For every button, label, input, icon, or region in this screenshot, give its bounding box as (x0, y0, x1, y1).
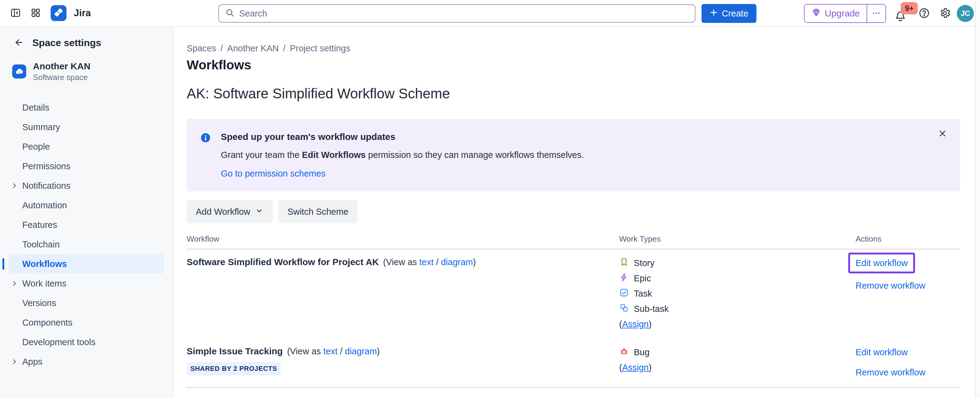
switch-scheme-button[interactable]: Switch Scheme (278, 200, 358, 223)
remove-workflow-link[interactable]: Remove workflow (856, 280, 925, 292)
plus-icon (710, 8, 718, 19)
chevron-right-icon (10, 182, 18, 190)
sidebar-item-toolchain[interactable]: Toolchain (8, 235, 164, 254)
banner-title: Speed up your team's workflow updates (221, 132, 584, 142)
workflows-table: Workflow Work Types Actions Software Sim… (187, 234, 960, 388)
table-row: Simple Issue Tracking (View as text / di… (187, 339, 960, 388)
highlight-box: Edit workflow (848, 253, 915, 273)
assign-line: (Assign) (619, 361, 856, 374)
view-as-text-link[interactable]: text (323, 346, 338, 356)
sidebar-item-work-items[interactable]: Work items (8, 274, 164, 293)
breadcrumb-project-settings[interactable]: Project settings (290, 43, 350, 53)
paren-open: ( (619, 319, 622, 329)
breadcrumb-project[interactable]: Another KAN (227, 43, 279, 53)
banner-content: Speed up your team's workflow updates Gr… (221, 132, 584, 179)
shared-projects-badge: SHARED BY 2 PROJECTS (187, 362, 281, 376)
sidebar-item-label: Development tools (22, 337, 95, 347)
collapse-sidebar-button[interactable] (7, 4, 24, 22)
column-header-workflow: Workflow (187, 234, 619, 244)
sidebar-item-apps[interactable]: Apps (8, 352, 164, 371)
remove-workflow-link[interactable]: Remove workflow (856, 366, 925, 379)
scrollbar-gutter[interactable] (975, 0, 980, 398)
top-bar: Jira Create Upgrade (0, 0, 980, 27)
sidebar-item-notifications[interactable]: Notifications (8, 176, 164, 195)
sidebar-title: Space settings (32, 37, 101, 49)
notifications-button[interactable]: 9+ (894, 3, 912, 24)
work-type-label: Bug (634, 347, 650, 357)
jira-workflows-page: Jira Create Upgrade (0, 0, 980, 398)
sidebar-item-label: Components (22, 318, 72, 328)
search-box[interactable] (218, 4, 695, 22)
upgrade-more-button[interactable] (867, 5, 885, 22)
info-icon (200, 132, 211, 179)
sidebar-item-people[interactable]: People (8, 137, 164, 157)
settings-button[interactable] (936, 5, 954, 22)
page-title: Workflows (187, 58, 960, 72)
banner-body-prefix: Grant your team the (221, 150, 302, 160)
app-switcher-button[interactable] (27, 4, 45, 22)
create-button-label: Create (722, 8, 748, 19)
main-content: Spaces / Another KAN / Project settings … (173, 27, 980, 398)
work-type-task: Task (619, 288, 856, 300)
add-workflow-button[interactable]: Add Workflow (187, 200, 273, 223)
edit-workflow-link[interactable]: Edit workflow (856, 258, 908, 268)
notification-count-badge: 9+ (901, 2, 918, 14)
ellipsis-icon (872, 8, 881, 19)
upgrade-button[interactable]: Upgrade (805, 5, 867, 22)
sidebar-item-versions[interactable]: Versions (8, 293, 164, 313)
sidebar-item-summary[interactable]: Summary (8, 117, 164, 137)
sidebar-nav: Details Summary People Permissions Notif… (0, 98, 173, 371)
search-input[interactable] (239, 8, 689, 19)
sidebar-item-automation[interactable]: Automation (8, 195, 164, 215)
work-type-story: Story (619, 257, 856, 269)
help-button[interactable] (915, 5, 933, 22)
add-workflow-label: Add Workflow (196, 207, 250, 217)
view-as-suffix: ) (473, 257, 476, 267)
close-icon (938, 135, 947, 139)
story-icon (619, 257, 629, 269)
work-type-label: Epic (634, 273, 651, 283)
sidebar-item-label: Versions (22, 298, 56, 308)
sidebar-item-features[interactable]: Features (8, 215, 164, 235)
project-avatar-icon (12, 64, 26, 78)
actions-cell: Edit workflow Remove workflow (856, 346, 960, 379)
permission-schemes-link[interactable]: Go to permission schemes (221, 169, 325, 179)
assign-link[interactable]: Assign (622, 363, 649, 372)
back-button[interactable] (12, 36, 25, 50)
sidebar-item-label: Notifications (22, 181, 70, 191)
jira-logo-icon[interactable] (51, 5, 67, 21)
sidebar-item-workflows[interactable]: Workflows (8, 254, 164, 274)
view-as-diagram-link[interactable]: diagram (345, 346, 377, 356)
sidebar-item-label: Toolchain (22, 240, 60, 249)
banner-body-bold: Edit Workflows (302, 150, 366, 160)
topbar-left-cluster: Jira (7, 4, 91, 22)
work-types-cell: Story Epic Task (619, 257, 856, 330)
view-as-separator: / (434, 257, 441, 267)
view-as-text-link[interactable]: text (419, 257, 434, 267)
project-text: Another KAN Software space (33, 61, 90, 82)
sidebar-item-label: Automation (22, 200, 67, 211)
breadcrumb-spaces[interactable]: Spaces (187, 43, 216, 53)
sidebar-item-permissions[interactable]: Permissions (8, 157, 164, 176)
create-button[interactable]: Create (702, 4, 756, 23)
banner-body: Grant your team the Edit Workflows permi… (221, 150, 584, 160)
work-type-label: Story (634, 258, 655, 268)
info-banner: Speed up your team's workflow updates Gr… (187, 119, 960, 192)
help-icon (918, 7, 930, 20)
sidebar-item-development-tools[interactable]: Development tools (8, 332, 164, 352)
app-switcher-grid-icon (30, 8, 41, 19)
search-container (218, 4, 695, 22)
assign-link[interactable]: Assign (622, 319, 649, 329)
view-as-diagram-link[interactable]: diagram (441, 257, 473, 267)
actions-cell: Edit workflow Remove workflow (856, 257, 960, 330)
upgrade-split-button: Upgrade (804, 4, 886, 23)
user-avatar[interactable]: JC (957, 5, 974, 22)
sidebar-header: Space settings (0, 34, 173, 51)
breadcrumb: Spaces / Another KAN / Project settings (187, 43, 960, 53)
workflow-cell: Simple Issue Tracking (View as text / di… (187, 346, 619, 379)
banner-close-button[interactable] (936, 127, 949, 141)
edit-workflow-link[interactable]: Edit workflow (856, 346, 908, 358)
sidebar-item-components[interactable]: Components (8, 313, 164, 332)
panel-collapse-icon (10, 7, 21, 19)
sidebar-item-details[interactable]: Details (8, 98, 164, 117)
